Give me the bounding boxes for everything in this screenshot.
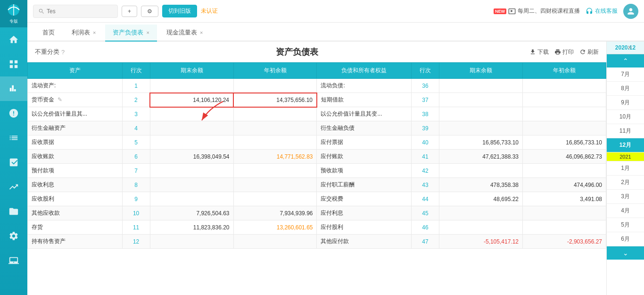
sidebar-item-report[interactable] <box>0 150 27 175</box>
tab-balance[interactable]: 资产负债表 × <box>105 25 157 42</box>
refresh-btn[interactable]: 刷新 <box>579 48 599 56</box>
year-val <box>233 107 317 121</box>
year-val-r <box>523 93 606 107</box>
settings-button[interactable]: ⚙ <box>141 6 158 17</box>
print-btn[interactable]: 打印 <box>554 48 574 56</box>
tab-cashflow-close[interactable]: × <box>200 30 203 35</box>
col-row-left: 行次 <box>122 63 150 79</box>
month-7[interactable]: 7月 <box>607 67 644 82</box>
row-num-r: 36 <box>412 79 439 93</box>
sidebar-item-folder[interactable] <box>0 199 27 224</box>
table-row: 其他应收款 10 7,926,504.63 7,934,939.96 应付利息 … <box>28 206 606 220</box>
row-num-r: 38 <box>412 107 439 121</box>
year-val <box>233 192 317 206</box>
tab-cashflow-label: 现金流量表 <box>166 28 197 37</box>
year-val-r: 474,496.00 <box>523 178 606 192</box>
date-selector-panel: 2020.12 ⌃ 7月 8月 9月 10月 11月 12月 2021 1月 2… <box>606 42 644 295</box>
month-12[interactable]: 12月 <box>607 138 644 152</box>
month-3[interactable]: 3月 <box>607 190 644 204</box>
period-val <box>150 121 233 135</box>
liability-name: 应付股利 <box>317 220 412 235</box>
sidebar-item-monitor[interactable] <box>0 248 27 273</box>
month-5[interactable]: 5月 <box>607 218 644 232</box>
col-period-left: 期末余额 <box>150 63 233 79</box>
table-row: 以公允价值计量且其... 3 以公允价值计量且其变... 38 <box>28 107 606 121</box>
tab-balance-close[interactable]: × <box>146 30 149 35</box>
year-2021-marker: 2021 <box>607 152 644 161</box>
month-1[interactable]: 1月 <box>607 161 644 176</box>
sidebar-item-chart[interactable] <box>0 76 27 101</box>
year-val-r <box>523 220 606 235</box>
year-val-r <box>523 164 606 178</box>
search-box[interactable] <box>33 5 118 18</box>
liability-name: 应付票据 <box>317 135 412 150</box>
customer-service-btn[interactable]: 在线客服 <box>586 7 618 15</box>
download-btn[interactable]: 下载 <box>529 48 549 56</box>
sidebar-item-analytics[interactable] <box>0 175 27 199</box>
tab-home[interactable]: 首页 <box>35 25 62 42</box>
col-period-right: 期末余额 <box>439 63 523 79</box>
month-6[interactable]: 6月 <box>607 232 644 246</box>
month-8[interactable]: 8月 <box>607 82 644 96</box>
download-label: 下载 <box>537 48 549 56</box>
asset-name: 预付款项 <box>28 164 123 178</box>
tab-profit[interactable]: 利润表 × <box>64 25 103 42</box>
year-val: 14,771,562.83 <box>233 150 317 164</box>
unverified-label: 未认证 <box>201 7 218 15</box>
sidebar-item-home[interactable] <box>0 27 27 52</box>
help-icon[interactable]: ? <box>61 49 65 56</box>
year-val-r <box>523 79 606 93</box>
year-val <box>233 235 317 249</box>
month-2[interactable]: 2月 <box>607 176 644 190</box>
period-val-r <box>439 206 523 220</box>
year-val <box>233 79 317 93</box>
tab-home-label: 首页 <box>42 28 55 37</box>
scroll-up-btn[interactable]: ⌃ <box>607 54 644 67</box>
new-badge: NEW <box>494 8 506 14</box>
tab-profit-close[interactable]: × <box>93 30 96 35</box>
classification-label: 不重分类 <box>35 48 59 56</box>
sidebar-item-money[interactable] <box>0 101 27 126</box>
year-val-r: 16,856,733.10 <box>523 135 606 150</box>
sidebar-item-settings[interactable] <box>0 224 27 248</box>
row-num: 4 <box>122 121 150 135</box>
asset-name: 持有待售资产 <box>28 235 123 249</box>
month-9[interactable]: 9月 <box>607 96 644 110</box>
edit-icon[interactable]: ✎ <box>58 96 62 103</box>
asset-name: 存货 <box>28 220 123 235</box>
switch-old-btn[interactable]: 切到旧版 <box>162 5 197 17</box>
row-num: 12 <box>122 235 150 249</box>
row-num-r: 44 <box>412 192 439 206</box>
col-liability: 负债和所有者权益 <box>317 63 412 79</box>
add-button[interactable]: + <box>122 6 137 17</box>
print-label: 打印 <box>562 48 574 56</box>
year-val-r <box>523 121 606 135</box>
close-panel-btn[interactable]: × <box>623 41 636 55</box>
app-name: 专版 <box>9 18 18 25</box>
refresh-label: 刷新 <box>587 48 599 56</box>
user-avatar[interactable] <box>623 4 638 19</box>
search-input[interactable] <box>47 8 113 15</box>
period-val <box>150 192 233 206</box>
sidebar-item-list[interactable] <box>0 126 27 150</box>
tab-cashflow[interactable]: 现金流量表 × <box>159 25 210 42</box>
row-num-r: 40 <box>412 135 439 150</box>
row-num: 6 <box>122 150 150 164</box>
month-4[interactable]: 4月 <box>607 204 644 218</box>
col-row-right: 行次 <box>412 63 439 79</box>
liability-name: 其他应付款 <box>317 235 412 249</box>
period-val: 16,398,049.54 <box>150 150 233 164</box>
month-10[interactable]: 10月 <box>607 110 644 124</box>
sidebar-item-grid[interactable] <box>0 52 27 76</box>
year-val-r: -2,903,656.27 <box>523 235 606 249</box>
app-logo: 专版 <box>0 0 27 27</box>
row-num: 7 <box>122 164 150 178</box>
period-val-r <box>439 107 523 121</box>
month-11[interactable]: 11月 <box>607 124 644 138</box>
scroll-down-btn[interactable]: ⌄ <box>607 246 644 260</box>
classification-section: 不重分类 ? <box>35 48 65 56</box>
table-row: 应收票据 5 应付票据 40 16,856,733.10 16,856,733.… <box>28 135 606 150</box>
period-val: 7,926,504.63 <box>150 206 233 220</box>
asset-name: 以公允价值计量且其... <box>28 107 123 121</box>
col-asset: 资产 <box>28 63 123 79</box>
